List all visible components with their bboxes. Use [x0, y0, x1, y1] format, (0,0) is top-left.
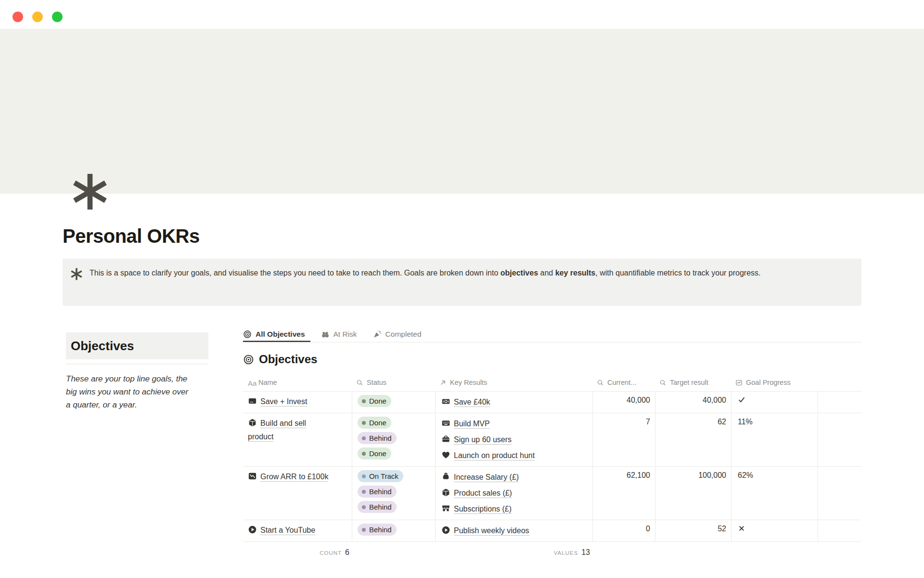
goal-progress-cell[interactable]: 62%	[732, 467, 818, 520]
column-header-current-[interactable]: Current...	[593, 374, 655, 391]
status-dot	[362, 490, 366, 494]
key-result-page-link[interactable]: Product sales (£)	[441, 489, 512, 497]
callout-block: This is a space to clarify your goals, a…	[63, 259, 861, 306]
status-label: Behind	[369, 434, 392, 442]
name-cell[interactable]: Build and sell product	[243, 413, 352, 466]
target-icon	[243, 354, 254, 365]
column-header-target-result[interactable]: Target result	[655, 374, 732, 391]
status-pill: Behind	[358, 486, 397, 498]
table-row: Save + InvestDoneSave £40k40,00040,000	[243, 391, 861, 413]
column-header-label: Key Results	[450, 379, 487, 386]
key-result-name: Product sales (£)	[454, 489, 512, 498]
table-row: Start a YouTubeBehindPublish weekly vide…	[243, 520, 861, 542]
key-result-page-link[interactable]: Save £40k	[441, 398, 490, 406]
banknote-icon	[441, 397, 450, 406]
zoom-window-button[interactable]	[52, 12, 63, 22]
name-cell[interactable]: Grow ARR to £100k	[243, 467, 352, 520]
key-result-page-link[interactable]: Launch on product hunt	[441, 451, 535, 460]
binoculars-icon	[321, 330, 330, 339]
status-dot	[362, 421, 366, 425]
package-icon	[441, 488, 450, 497]
tab-label: At Risk	[334, 330, 357, 339]
column-header-status[interactable]: Status	[352, 374, 436, 391]
key-result-line: Build MVP	[441, 417, 589, 431]
empty-cell	[818, 392, 861, 413]
status-cell[interactable]: Done	[352, 392, 436, 413]
status-pill: Behind	[358, 524, 397, 536]
close-window-button[interactable]	[13, 12, 23, 22]
tab-completed[interactable]: Completed	[373, 326, 427, 342]
minimize-window-button[interactable]	[32, 12, 43, 22]
column-header-label: Name	[258, 379, 277, 386]
values-label: VALUES	[554, 550, 578, 556]
tab-all-objectives[interactable]: All Objectives	[243, 326, 310, 342]
status-cell[interactable]: On TrackBehindBehind	[352, 467, 436, 520]
key-result-line: Product sales (£)	[441, 486, 589, 500]
page-cover[interactable]	[0, 29, 924, 194]
key-results-cell[interactable]: Increase Salary (£)Product sales (£)Subs…	[436, 467, 593, 520]
key-result-page-link[interactable]: Increase Salary (£)	[441, 473, 519, 481]
goal-progress-cell[interactable]	[732, 520, 818, 541]
text-icon: Aa	[248, 379, 255, 386]
objective-page-link[interactable]: Start a YouTube	[248, 524, 315, 537]
asterisk-icon	[70, 268, 83, 280]
current-result-cell[interactable]: 0	[593, 520, 655, 541]
key-results-cell[interactable]: Build MVPSign up 60 usersLaunch on produ…	[436, 413, 593, 466]
key-result-name: Publish weekly videos	[454, 526, 529, 536]
key-result-name: Launch on product hunt	[454, 451, 535, 460]
page-title[interactable]: Personal OKRs	[63, 225, 200, 247]
target-result-cell[interactable]: 62	[655, 413, 732, 466]
name-cell[interactable]: Save + Invest	[243, 392, 352, 413]
empty-cell	[818, 520, 861, 541]
key-results-cell[interactable]: Publish weekly videos	[436, 520, 593, 541]
window-titlebar	[0, 0, 924, 29]
sidebar-description-line: These are your top line goals, the	[66, 372, 208, 385]
check-icon	[738, 396, 745, 404]
column-header-name[interactable]: AaName	[243, 374, 352, 391]
column-header-goal-progress[interactable]: Goal Progress	[732, 374, 818, 391]
table-row: Grow ARR to £100kOn TrackBehindBehindInc…	[243, 467, 861, 520]
status-dot	[362, 505, 366, 509]
goal-progress-cell[interactable]	[732, 392, 818, 413]
values-calculation[interactable]: VALUES 13	[436, 548, 593, 557]
empty-cell	[818, 467, 861, 520]
count-value: 6	[345, 548, 349, 557]
status-pill: Behind	[358, 432, 397, 444]
column-header-label: Goal Progress	[746, 379, 791, 386]
column-header-label: Current...	[607, 379, 636, 386]
name-cell[interactable]: Start a YouTube	[243, 520, 352, 541]
callout-text: This is a space to clarify your goals, a…	[90, 267, 761, 279]
key-result-page-link[interactable]: Subscriptions (£)	[441, 505, 512, 513]
objective-page-link[interactable]: Grow ARR to £100k	[248, 470, 328, 484]
tab-label: All Objectives	[256, 330, 305, 339]
key-result-page-link[interactable]: Sign up 60 users	[441, 435, 512, 444]
status-dot	[362, 436, 366, 440]
count-calculation[interactable]: COUNT 6	[243, 548, 352, 557]
briefcase-icon	[441, 434, 450, 444]
table-footer: COUNT 6 VALUES 13	[243, 542, 861, 557]
status-cell[interactable]: DoneBehindDone	[352, 413, 436, 466]
tab-at-risk[interactable]: At Risk	[321, 326, 362, 342]
objective-name: Start a YouTube	[260, 526, 315, 535]
goal-progress-cell[interactable]: 11%	[732, 413, 818, 466]
page-asterisk-icon[interactable]	[71, 172, 109, 211]
key-results-cell[interactable]: Save £40k	[436, 392, 593, 413]
objective-page-link[interactable]: Build and sell product	[248, 417, 333, 444]
chart-icon	[735, 379, 743, 386]
status-dot	[362, 399, 366, 403]
current-result-cell[interactable]: 7	[593, 413, 655, 466]
target-result-cell[interactable]: 100,000	[655, 467, 732, 520]
status-label: Done	[369, 449, 386, 458]
key-result-page-link[interactable]: Build MVP	[441, 420, 490, 428]
status-label: On Track	[369, 472, 398, 480]
current-result-cell[interactable]: 40,000	[593, 392, 655, 413]
credit-card-icon	[248, 396, 257, 406]
current-result-cell[interactable]: 62,100	[593, 467, 655, 520]
values-value: 13	[581, 548, 590, 557]
column-header-key-results[interactable]: Key Results	[436, 374, 593, 391]
status-cell[interactable]: Behind	[352, 520, 436, 541]
objective-page-link[interactable]: Save + Invest	[248, 395, 307, 408]
target-result-cell[interactable]: 52	[655, 520, 732, 541]
key-result-page-link[interactable]: Publish weekly videos	[441, 526, 529, 535]
target-result-cell[interactable]: 40,000	[655, 392, 732, 413]
